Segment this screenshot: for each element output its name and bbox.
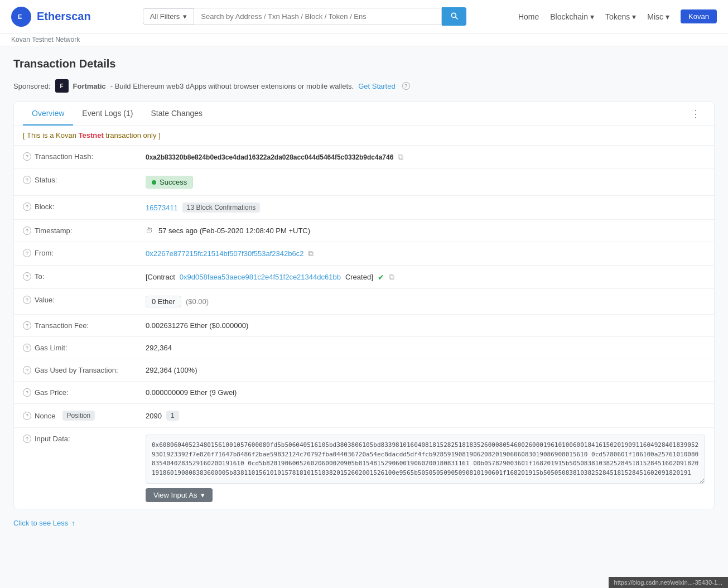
block-value: 16573411 13 Block Confirmations [146,203,705,213]
view-input-button[interactable]: View Input As ▾ [146,488,213,502]
help-icon[interactable]: ? [23,388,31,397]
gas-limit-label: ? Gas Limit: [23,344,146,352]
tx-hash-row: ? Transaction Hash: 0xa2b83320b8e824b0ed… [14,146,714,169]
to-address-link[interactable]: 0x9d058faea53aece981c2e4f51f2ce21344dc61… [180,273,341,281]
to-value: [Contract 0x9d058faea53aece981c2e4f51f2c… [146,272,705,282]
timestamp-row: ? Timestamp: ⏱ 57 secs ago (Feb-05-2020 … [14,220,714,242]
to-row: ? To: [Contract 0x9d058faea53aece981c2e4… [14,266,714,289]
help-icon[interactable]: ? [23,176,31,184]
copy-icon[interactable]: ⧉ [308,249,314,258]
logo-icon: E [11,7,31,27]
help-icon[interactable]: ? [23,344,31,352]
search-area: All Filters ▾ [143,7,466,26]
help-icon[interactable]: ? [23,272,31,281]
nav-misc[interactable]: Misc ▾ [647,12,669,21]
help-icon[interactable]: ? [23,203,31,211]
from-value: 0x2267e877215fc21514bf507f30f553af2342b6… [146,249,705,258]
status-label: ? Status: [23,176,146,184]
gas-price-value: 0.000000009 Ether (9 Gwei) [146,388,705,397]
tab-state-changes[interactable]: State Changes [142,102,211,126]
value-row: ? Value: 0 Ether ($0.00) [14,289,714,315]
input-data-text: 0x608060405234801561001057600080fd5b5060… [146,435,705,484]
chevron-down-icon: ▾ [590,12,594,21]
help-icon[interactable]: ? [23,152,31,161]
from-address-link[interactable]: 0x2267e877215fc21514bf507f30f553af2342b6… [146,249,303,258]
gas-used-label: ? Gas Used by Transaction: [23,366,146,374]
search-icon [450,11,459,20]
verified-icon: ✔ [378,273,384,282]
gas-limit-value: 292,364 [146,344,705,352]
network-label: Kovan Testnet Network [11,36,80,44]
search-button[interactable] [442,7,466,26]
value-usd: ($0.00) [186,297,209,306]
timestamp-value: ⏱ 57 secs ago (Feb-05-2020 12:08:40 PM +… [146,226,705,235]
block-number-link[interactable]: 16573411 [146,204,178,212]
chevron-down-icon: ▾ [666,12,669,21]
timestamp-text: 57 secs ago (Feb-05-2020 12:08:40 PM +UT… [158,226,310,235]
nonce-row: ? Nonce Position 2090 1 [14,404,714,428]
sponsor-cta[interactable]: Get Started [358,82,395,90]
nonce-position-value: 1 [166,411,179,421]
help-icon[interactable]: ? [23,249,31,257]
status-row: ? Status: Success [14,169,714,196]
to-prefix: [Contract [146,273,175,281]
tab-menu-icon[interactable]: ⋮ [686,103,705,124]
help-icon[interactable]: ? [23,412,31,420]
chevron-down-icon: ▾ [201,491,205,499]
nav-tokens[interactable]: Tokens ▾ [605,12,636,21]
help-icon[interactable]: ? [23,296,31,304]
filter-dropdown[interactable]: All Filters ▾ [143,8,194,25]
copy-icon[interactable]: ⧉ [389,272,394,282]
help-icon[interactable]: ? [23,435,31,443]
arrow-up-icon: ↑ [71,519,75,527]
nav-right: Home Blockchain ▾ Tokens ▾ Misc ▾ Kovan [518,9,717,23]
tx-hash-label: ? Transaction Hash: [23,152,146,161]
gas-used-value: 292,364 (100%) [146,366,705,374]
gas-used-text: 292,364 (100%) [146,366,197,374]
nonce-value: 2090 1 [146,411,705,421]
gas-price-row: ? Gas Price: 0.000000009 Ether (9 Gwei) [14,382,714,404]
transaction-card: Overview Event Logs (1) State Changes ⋮ … [13,102,715,509]
sub-header: Kovan Testnet Network [0,33,728,46]
search-input[interactable] [194,8,442,25]
fee-value: 0.002631276 Ether ($0.000000) [146,321,705,330]
status-text: Success [160,178,187,186]
testnet-word: Testnet [78,131,103,139]
network-button[interactable]: Kovan [681,9,717,23]
tab-overview[interactable]: Overview [23,102,73,126]
sponsor-desc: - Build Ethereum web3 dApps without brow… [110,82,354,90]
value-label: ? Value: [23,296,146,304]
help-icon[interactable]: ? [23,321,31,330]
status-badge: Success [146,176,193,189]
page-title: Transaction Details [13,57,715,70]
tx-hash-text: 0xa2b83320b8e824b0ed3ce4dad16322a2da028a… [146,153,393,161]
logo-area: E Etherscan [11,7,91,27]
nav-home[interactable]: Home [518,12,539,21]
from-row: ? From: 0x2267e877215fc21514bf507f30f553… [14,242,714,266]
footer-hint: https://blog.csdn.net/weixin...-35430-1.… [609,577,728,579]
tab-event-logs[interactable]: Event Logs (1) [73,102,142,126]
gas-limit-text: 292,364 [146,344,172,352]
value-badge: 0 Ether [146,296,181,307]
info-icon[interactable]: ? [402,82,410,90]
chevron-down-icon: ▾ [183,12,187,21]
tx-hash-value: 0xa2b83320b8e824b0ed3ce4dad16322a2da028a… [146,152,705,162]
nonce-text: 2090 [146,412,162,420]
sponsored-bar: Sponsored: F Fortmatic - Build Ethereum … [13,79,715,93]
fee-row: ? Transaction Fee: 0.002631276 Ether ($0… [14,315,714,337]
nonce-position-badge: Position [62,411,95,421]
copy-icon[interactable]: ⧉ [398,152,403,162]
to-suffix: Created] [345,273,373,281]
gas-limit-row: ? Gas Limit: 292,364 [14,337,714,359]
help-icon[interactable]: ? [23,366,31,374]
input-data-area: 0x608060405234801561001057600080fd5b5060… [146,435,705,502]
confirmations-badge: 13 Block Confirmations [182,203,260,213]
timestamp-label: ? Timestamp: [23,226,146,235]
click-less-link[interactable]: Click to see Less ↑ [13,519,75,527]
sponsor-brand: Fortmatic [73,82,106,90]
nav-blockchain[interactable]: Blockchain ▾ [550,12,594,21]
value-value: 0 Ether ($0.00) [146,296,705,307]
help-icon[interactable]: ? [23,226,31,235]
input-data-row: ? Input Data: 0x608060405234801561001057… [14,428,714,509]
status-value: Success [146,176,705,189]
